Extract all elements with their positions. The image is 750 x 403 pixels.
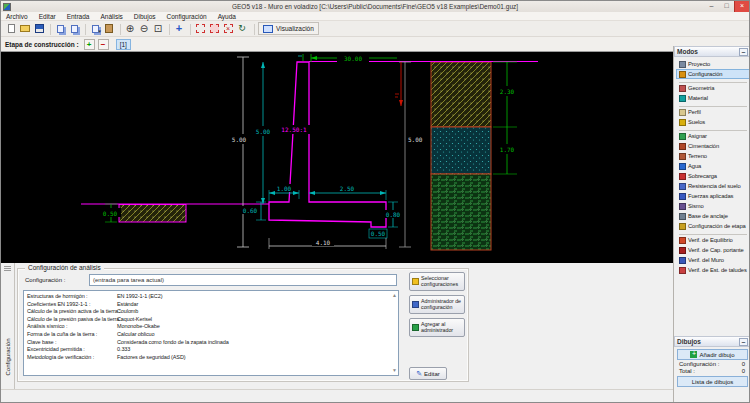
dim-base-right-thickness: 0.80 bbox=[386, 211, 401, 218]
dim-heel-width: 2.50 bbox=[340, 185, 355, 192]
verify-wall-icon bbox=[679, 257, 686, 264]
drawing-canvas[interactable]: 30.00 5.00 5.00 12.50:1 5.00 1.00 2.50 0… bbox=[1, 52, 673, 263]
stage-tab-1[interactable]: [1] bbox=[116, 39, 131, 50]
pan-button[interactable] bbox=[172, 22, 186, 35]
grip-icon[interactable] bbox=[4, 266, 11, 272]
verify-bearing-icon bbox=[679, 247, 686, 254]
dim-key-width: 0.50 bbox=[371, 230, 386, 237]
settings-row: Análisis sísmico : Mononobe-Okabe bbox=[27, 323, 398, 331]
menu-dibujos[interactable]: Dibujos bbox=[134, 13, 156, 20]
sidebar-item-verif-de-cap-portante[interactable]: Verif. de Cap. portante bbox=[676, 245, 750, 255]
scroll-up-icon[interactable]: ▲ bbox=[392, 293, 397, 298]
visualization-button[interactable]: Visualización bbox=[258, 22, 319, 35]
front-soil-patch bbox=[119, 205, 186, 223]
verify-equilibrium-icon bbox=[679, 237, 686, 244]
foundation-icon bbox=[679, 143, 686, 150]
frame-title: Configuración de análisis bbox=[25, 264, 104, 271]
modes-collapse-button[interactable]: – bbox=[739, 48, 748, 56]
menu-archivo[interactable]: Archivo bbox=[6, 13, 28, 20]
configuration-manager-button[interactable]: Administrador de configuración bbox=[409, 295, 465, 314]
sidebar-item-material[interactable]: Material bbox=[676, 93, 750, 103]
edit-button[interactable]: ✎Editar bbox=[409, 367, 447, 380]
drawing-count-row: Total : 0 bbox=[674, 367, 750, 374]
copy-stage-icon bbox=[71, 25, 78, 33]
copy-stage-button[interactable] bbox=[67, 22, 81, 35]
zoom-selection-button[interactable] bbox=[151, 22, 165, 35]
zoom-in-button[interactable] bbox=[123, 22, 137, 35]
add-drawing-button[interactable]: + Añadir dibujo bbox=[677, 349, 748, 360]
drawings-collapse-button[interactable]: – bbox=[739, 338, 748, 346]
sidebar-item-verif-de-est-de-taludes[interactable]: Verif. de Est. de taludes bbox=[676, 265, 750, 275]
maximize-button[interactable]: □ bbox=[719, 1, 734, 12]
scroll-down-icon[interactable]: ▼ bbox=[392, 368, 397, 373]
refresh-view-button[interactable] bbox=[235, 22, 249, 35]
sidebar-item-verif-del-muro[interactable]: Verif. del Muro bbox=[676, 255, 750, 265]
menu-ayuda[interactable]: Ayuda bbox=[218, 13, 236, 20]
anchor-base-icon bbox=[679, 213, 686, 220]
sidebar-item-cimentacion[interactable]: Cimentación bbox=[676, 141, 750, 151]
open-file-button[interactable] bbox=[18, 22, 32, 35]
save-file-button[interactable] bbox=[32, 22, 46, 35]
add-drawing-icon: + bbox=[690, 351, 697, 358]
configuration-vertical-tab[interactable]: Configuración bbox=[1, 329, 15, 385]
settings-row: Cálculo de la presión pasiva de la tierr… bbox=[27, 316, 398, 324]
modes-panel-header: Modos – bbox=[674, 46, 750, 57]
settings-row: Cálculo de la presión activa de la tierr… bbox=[27, 308, 398, 316]
panel-left-strip: Configuración bbox=[1, 263, 15, 389]
drawing-list-button[interactable]: Lista de dibujos bbox=[677, 376, 748, 387]
sidebar-item-sobrecarga[interactable]: Sobrecarga bbox=[676, 171, 750, 181]
frame-select-button[interactable] bbox=[193, 22, 207, 35]
water-icon bbox=[679, 163, 686, 170]
menu-configuracion[interactable]: Configuración bbox=[167, 13, 207, 20]
sidebar-item-configuracion-de-etapa[interactable]: Configuración de etapa bbox=[676, 221, 750, 231]
add-to-manager-button[interactable]: Agregar al administrador bbox=[409, 318, 465, 337]
sidebar-item-suelos[interactable]: Suelos bbox=[676, 117, 750, 127]
sidebar-item-sismo[interactable]: Sismo bbox=[676, 201, 750, 211]
remove-stage-button[interactable]: − bbox=[98, 39, 109, 50]
dim-base-left-thickness: 0.60 bbox=[243, 207, 258, 214]
copy-picture-button[interactable] bbox=[53, 22, 67, 35]
sidebar-item-agua[interactable]: Agua bbox=[676, 161, 750, 171]
menu-editar[interactable]: Editar bbox=[39, 13, 56, 20]
frame-move-button[interactable] bbox=[207, 22, 221, 35]
menu-analisis[interactable]: Análisis bbox=[100, 13, 122, 20]
soil-layer-3 bbox=[431, 174, 491, 250]
menu-entrada[interactable]: Entrada bbox=[67, 13, 90, 20]
sidebar-item-perfil[interactable]: Perfil bbox=[676, 107, 750, 117]
profile-icon bbox=[679, 109, 686, 116]
wall-outline bbox=[269, 62, 386, 227]
soils-icon bbox=[679, 119, 686, 126]
sidebar-item-geometria[interactable]: Geometría bbox=[676, 83, 750, 93]
add-stage-button[interactable]: + bbox=[84, 39, 95, 50]
settings-row: Metodología de verificación : Factores d… bbox=[27, 354, 398, 362]
sidebar-item-terreno[interactable]: Terreno bbox=[676, 151, 750, 161]
settings-listbox[interactable]: Estructuras de hormigón : EN 1992-1-1 (E… bbox=[23, 290, 399, 376]
zoom-out-button[interactable] bbox=[137, 22, 151, 35]
dim-right-height: 5.00 bbox=[408, 136, 423, 143]
stage-label: Etapa de construcción : bbox=[5, 41, 79, 48]
sidebar-item-resistencia-del-suelo[interactable]: Resistencia del suelo bbox=[676, 181, 750, 191]
project-icon bbox=[679, 61, 686, 68]
sidebar-item-configuracion[interactable]: Configuración bbox=[676, 69, 750, 79]
minimize-button[interactable]: – bbox=[704, 1, 719, 12]
copy-dropdown-icon bbox=[92, 25, 99, 33]
new-file-button[interactable] bbox=[4, 22, 18, 35]
sidebar-item-base-de-anclaje[interactable]: Base de anclaje bbox=[676, 211, 750, 221]
frame-delete-button[interactable] bbox=[221, 22, 235, 35]
sidebar-item-verif-de-equilibrio[interactable]: Verif. de Equilibrio bbox=[676, 235, 750, 245]
close-button[interactable]: × bbox=[734, 1, 749, 12]
dim-front-soil-depth: 0.50 bbox=[103, 210, 118, 217]
dim-top-width: 30.00 bbox=[344, 55, 362, 62]
dim-layer1-thickness: 2.30 bbox=[500, 88, 515, 95]
dim-layer2-thickness: 1.70 bbox=[500, 146, 515, 153]
sidebar-item-proyecto[interactable]: Proyecto bbox=[676, 59, 750, 69]
sidebar-item-fuerzas-aplicadas[interactable]: Fuerzas aplicadas bbox=[676, 191, 750, 201]
select-configurations-button[interactable]: Seleccionar configuraciones bbox=[409, 272, 465, 291]
configuration-input[interactable]: (entrada para tarea actual) bbox=[89, 274, 397, 286]
dim-base-total-width: 4.10 bbox=[316, 239, 331, 246]
copy-dropdown-button[interactable] bbox=[88, 22, 102, 35]
soil-layer-2 bbox=[431, 127, 491, 174]
surcharge-icon bbox=[679, 173, 686, 180]
sidebar-item-asignar[interactable]: Asignar bbox=[676, 131, 750, 141]
paste-button[interactable] bbox=[102, 22, 116, 35]
